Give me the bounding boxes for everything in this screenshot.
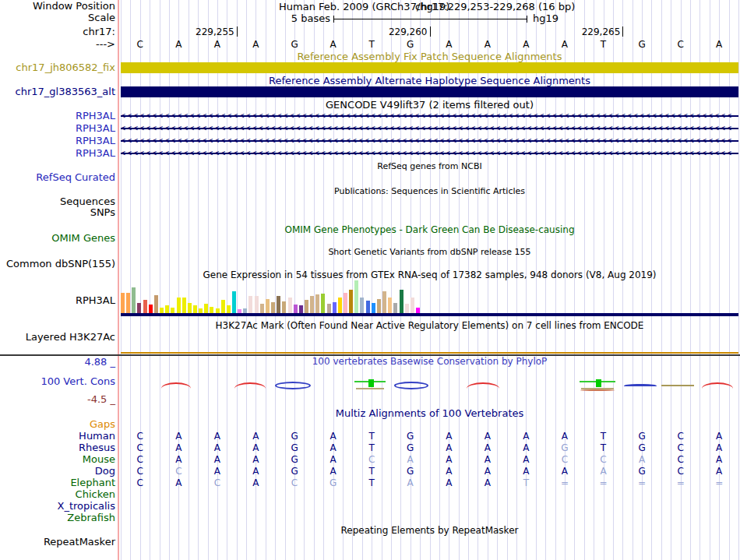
gtex-expression-bar[interactable] (204, 304, 208, 313)
gtex-expression-bar[interactable] (171, 308, 174, 313)
gtex-expression-bar[interactable] (388, 298, 392, 313)
gtex-expression-bar[interactable] (377, 299, 381, 313)
multiz-species-label[interactable]: Chicken (0, 489, 115, 500)
gtex-expression-bar[interactable] (382, 291, 386, 313)
gtex-expression-bar[interactable] (266, 299, 270, 313)
multiz-base-cell[interactable]: A (506, 442, 545, 453)
gtex-expression-bar[interactable] (305, 300, 308, 313)
multiz-base-cell[interactable]: T (584, 442, 623, 453)
gtex-expression-bar[interactable] (149, 305, 153, 313)
gencode-transcript-row[interactable]: <<<<<<<<<<<<<<<<<<<<<<<<<<<<<<<<<<<<<<<<… (121, 136, 738, 146)
multiz-base-cell[interactable]: A (236, 477, 275, 488)
gtex-expression-bar[interactable] (344, 293, 347, 313)
gtex-expression-bar[interactable] (165, 305, 169, 313)
multiz-base-cell[interactable]: A (429, 477, 468, 488)
phylop-mixed-mark[interactable] (580, 379, 615, 392)
omim-genes-label[interactable]: OMIM Genes (0, 233, 115, 244)
gtex-expression-bar[interactable] (321, 294, 325, 313)
multiz-species-label[interactable]: Zebrafish (0, 512, 115, 523)
gtex-expression-bar[interactable] (126, 293, 130, 313)
multiz-base-cell[interactable]: = (622, 477, 661, 488)
gtex-expression-bar[interactable] (177, 298, 181, 313)
multiz-base-cell[interactable]: A (198, 431, 237, 442)
multiz-base-cell[interactable]: A (391, 477, 430, 488)
multiz-base-cell[interactable]: A (198, 466, 237, 477)
multiz-base-cell[interactable]: G (314, 477, 353, 488)
multiz-base-cell[interactable]: C (121, 442, 160, 453)
phylop-neutral-mark[interactable] (661, 385, 694, 388)
multiz-base-cell[interactable]: A (429, 442, 468, 453)
gtex-expression-bar[interactable] (271, 302, 275, 313)
alt-haplo-item-label[interactable]: chr17_gl383563_alt (0, 86, 115, 97)
gtex-expression-bar[interactable] (294, 305, 298, 313)
multiz-base-cell[interactable]: = (661, 477, 700, 488)
multiz-base-cell[interactable]: G (391, 431, 430, 442)
multiz-species-label[interactable]: Rhesus (0, 442, 115, 453)
multiz-base-cell[interactable]: C (661, 431, 700, 442)
gtex-gene-model-line[interactable] (121, 313, 738, 316)
multiz-base-cell[interactable]: C (121, 431, 160, 442)
multiz-base-cell[interactable]: T (584, 431, 623, 442)
phylop-negative-mark[interactable] (161, 382, 191, 389)
refseq-curated-label[interactable]: RefSeq Curated (0, 172, 115, 183)
multiz-base-cell[interactable]: A (545, 466, 584, 477)
gtex-expression-bar[interactable] (188, 303, 192, 313)
publications-snps-label[interactable]: SNPs (0, 207, 115, 218)
multiz-base-cell[interactable]: A (506, 466, 545, 477)
gtex-expression-bar[interactable] (221, 300, 225, 313)
multiz-base-cell[interactable]: G (622, 466, 661, 477)
fix-patch-alignment-bar[interactable] (121, 62, 738, 73)
gtex-expression-bar[interactable] (372, 303, 375, 313)
multiz-base-cell[interactable]: A (468, 466, 507, 477)
multiz-base-cell[interactable]: C (275, 477, 314, 488)
multiz-base-cell[interactable]: T (506, 477, 545, 488)
multiz-base-cell[interactable]: T (352, 477, 391, 488)
gtex-expression-bar[interactable] (333, 302, 337, 313)
multiz-base-cell[interactable]: A (584, 466, 623, 477)
gencode-transcript-label[interactable]: RPH3AL (0, 111, 115, 122)
gtex-expression-bar[interactable] (354, 280, 358, 313)
multiz-gaps-label[interactable]: Gaps (0, 419, 115, 430)
gtex-expression-bar[interactable] (227, 305, 231, 313)
gtex-expression-bar[interactable] (366, 301, 370, 313)
multiz-base-cell[interactable]: G (622, 442, 661, 453)
gtex-expression-bar[interactable] (338, 298, 342, 313)
multiz-base-cell[interactable]: A (159, 477, 198, 488)
multiz-base-cell[interactable]: G (275, 454, 314, 465)
fix-patch-item-label[interactable]: chr17_jh806582_fix (0, 62, 115, 73)
gtex-expression-bar[interactable] (400, 290, 403, 313)
multiz-base-cell[interactable]: A (391, 454, 430, 465)
gtex-expression-bar[interactable] (137, 303, 141, 313)
multiz-base-cell[interactable]: C (121, 454, 160, 465)
multiz-base-cell[interactable]: G (622, 431, 661, 442)
multiz-base-cell[interactable]: A (699, 431, 738, 442)
multiz-base-cell[interactable]: C (198, 477, 237, 488)
multiz-base-cell[interactable]: A (468, 431, 507, 442)
multiz-base-cell[interactable]: C (584, 454, 623, 465)
gtex-expression-bar[interactable] (288, 298, 292, 313)
multiz-species-label[interactable]: Elephant (0, 477, 115, 488)
gtex-expression-bar[interactable] (405, 304, 409, 313)
multiz-species-label[interactable]: Dog (0, 466, 115, 477)
multiz-base-cell[interactable]: C (159, 466, 198, 477)
gtex-expression-bar[interactable] (310, 296, 314, 313)
publications-sequences-label[interactable]: Sequences (0, 196, 115, 207)
gtex-expression-bar[interactable] (154, 295, 158, 313)
gtex-expression-bar[interactable] (277, 296, 280, 313)
multiz-base-cell[interactable]: T (352, 466, 391, 477)
gtex-expression-bar[interactable] (260, 304, 264, 313)
multiz-base-cell[interactable]: C (121, 466, 160, 477)
multiz-base-cell[interactable]: = (545, 477, 584, 488)
gencode-transcript-row[interactable]: <<<<<<<<<<<<<<<<<<<<<<<<<<<<<<<<<<<<<<<<… (121, 111, 738, 121)
multiz-base-cell[interactable]: A (159, 442, 198, 453)
phylop-positive-mark[interactable] (275, 382, 311, 389)
multiz-base-cell[interactable]: A (468, 454, 507, 465)
multiz-base-cell[interactable]: A (198, 454, 237, 465)
gtex-expression-bar[interactable] (232, 291, 236, 313)
multiz-base-cell[interactable]: C (661, 466, 700, 477)
phylop-mixed-mark[interactable] (354, 379, 386, 392)
alt-haplo-alignment-bar[interactable] (121, 86, 738, 97)
multiz-base-cell[interactable]: C (545, 454, 584, 465)
multiz-base-cell[interactable]: G (275, 466, 314, 477)
multiz-base-cell[interactable]: G (391, 466, 430, 477)
